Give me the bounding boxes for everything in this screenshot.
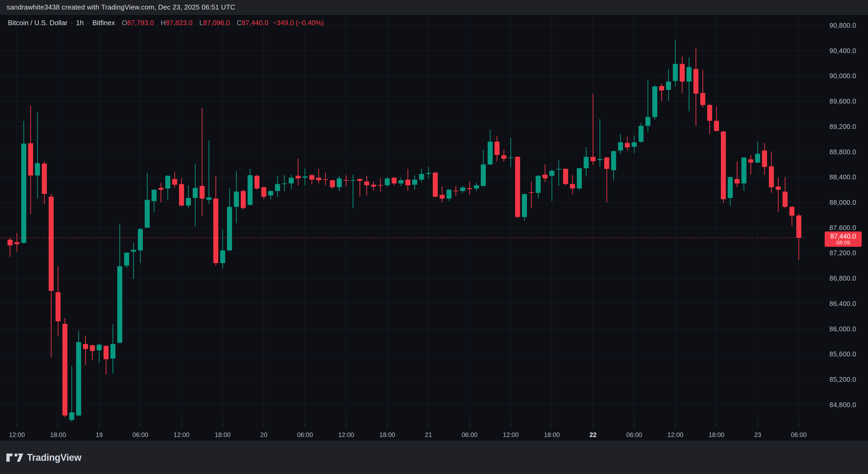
candle-body — [206, 197, 211, 200]
price-axis-label: 89,600.0 — [830, 97, 856, 105]
candle-wick — [209, 140, 210, 203]
candlestick-chart[interactable] — [0, 0, 868, 474]
candle-body — [138, 229, 143, 250]
candle-wick — [380, 178, 381, 191]
candle-body — [172, 179, 177, 185]
price-axis-label: 86,800.0 — [830, 274, 856, 282]
candle-body — [481, 164, 486, 186]
candle-body — [501, 155, 506, 159]
candle-body — [700, 93, 705, 105]
symbol-interval: 1h — [76, 19, 84, 27]
time-axis-label: 23 — [754, 431, 761, 439]
candle-body — [234, 191, 239, 207]
candle-body — [707, 105, 712, 121]
candle-body — [399, 180, 404, 183]
price-axis-label: 85,200.0 — [830, 376, 856, 383]
legend-high: H87,823.0 — [161, 19, 192, 27]
legend-low: L87,096.0 — [199, 19, 230, 27]
candle-body — [735, 179, 740, 183]
candle-body — [193, 188, 198, 198]
last-price-label: 87,440.0 08:09 — [825, 232, 862, 247]
time-axis-label-day-start: 22 — [590, 431, 597, 439]
candle-body — [453, 191, 458, 191]
candle-body — [673, 64, 678, 81]
candle-body — [783, 191, 788, 207]
candle-body — [542, 175, 548, 178]
candle-wick — [593, 93, 593, 165]
candle-body — [762, 151, 767, 167]
candle-body — [103, 346, 108, 359]
footer-bar: TradingView — [0, 441, 868, 474]
candle-body — [529, 192, 534, 193]
price-axis-label: 86,000.0 — [830, 325, 856, 333]
candle-body — [618, 142, 623, 151]
candle-body — [474, 185, 479, 188]
candle-wick — [85, 336, 86, 365]
candle-body — [639, 126, 644, 142]
candle-body — [323, 179, 328, 180]
candle-body — [570, 184, 575, 189]
time-axis-label: 19 — [96, 431, 103, 439]
candle-wick — [346, 175, 347, 186]
tradingview-logo[interactable]: TradingView — [6, 452, 81, 463]
candle-body — [289, 178, 294, 184]
candle-body — [405, 180, 410, 185]
time-axis-label: 12:00 — [668, 431, 683, 439]
candle-body — [241, 191, 246, 208]
candle-body — [631, 142, 637, 147]
time-axis-label: 06:00 — [791, 431, 807, 439]
tradingview-snapshot: sandrawhite3438 created with TradingView… — [0, 0, 868, 474]
candle-body — [769, 167, 774, 187]
candle-wick — [37, 112, 38, 199]
candle-wick — [442, 186, 443, 202]
candle-body — [597, 159, 602, 160]
candle-body — [268, 191, 273, 196]
candle-body — [680, 64, 685, 82]
candle-body — [296, 176, 301, 178]
candle-body — [261, 187, 266, 197]
time-axis-label: 06:00 — [462, 431, 477, 439]
candle-body — [522, 194, 527, 217]
candle-body — [213, 199, 218, 263]
time-axis-label: 12:00 — [9, 431, 25, 439]
candle-body — [275, 184, 280, 191]
candle-body — [721, 131, 726, 199]
price-axis-label: 85,600.0 — [830, 350, 856, 358]
candle-body — [412, 180, 417, 185]
symbol-legend[interactable]: Bitcoin / U.S. Dollar · 1h · Bitfinex O8… — [8, 19, 324, 27]
candle-body — [789, 207, 795, 216]
candle-body — [35, 163, 40, 176]
candle-body — [76, 342, 81, 416]
time-axis-label: 20 — [260, 431, 267, 439]
candle-wick — [325, 173, 326, 185]
price-axis-label: 88,400.0 — [830, 173, 856, 181]
time-axis-label: 06:00 — [132, 431, 148, 439]
price-axis-label: 88,800.0 — [830, 148, 856, 156]
candle-body — [550, 171, 554, 176]
time-axis-label: 18:00 — [215, 431, 230, 439]
time-axis-label: 06:00 — [297, 431, 313, 439]
legend-change: −349.0 (−0.40%) — [273, 19, 324, 27]
candle-body — [460, 187, 465, 191]
price-axis-label: 84,800.0 — [830, 401, 856, 409]
candle-body — [131, 250, 136, 251]
candle-body — [508, 157, 513, 158]
candle-body — [577, 168, 582, 189]
candle-body — [90, 345, 95, 351]
candle-body — [419, 174, 424, 180]
candle-body — [337, 178, 342, 187]
candle-body — [556, 169, 561, 170]
candle-body — [69, 412, 74, 420]
candle-body — [124, 253, 129, 266]
candle-wick — [778, 178, 779, 212]
candle-body — [316, 178, 321, 180]
candle-body — [227, 207, 232, 250]
candles-layer — [8, 40, 801, 422]
candle-body — [165, 176, 170, 188]
candle-body — [591, 157, 596, 161]
candle-body — [49, 197, 54, 291]
price-axis-label: 90,800.0 — [830, 21, 856, 29]
candle-body — [344, 180, 349, 181]
candle-wick — [360, 178, 360, 197]
candle-body — [584, 157, 589, 168]
